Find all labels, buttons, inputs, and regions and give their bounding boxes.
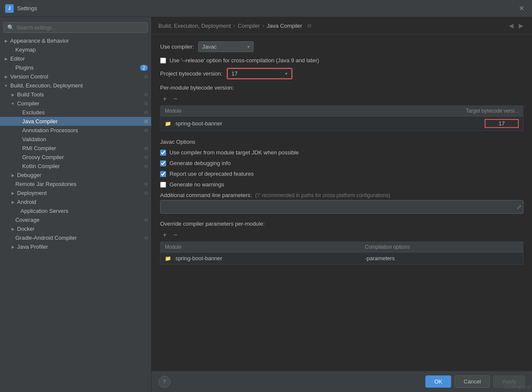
- sidebar-item-label: Application Servers: [20, 208, 68, 214]
- sidebar-item-debugger[interactable]: ▶ Debugger: [0, 171, 151, 180]
- arrow-icon: ▶: [3, 74, 9, 79]
- sidebar-item-build-tools[interactable]: ▶ Build Tools ⊟: [0, 90, 151, 99]
- sidebar-item-remote-jar[interactable]: Remote Jar Repositories ⊟: [0, 180, 151, 189]
- use-compiler-label: Use compiler:: [160, 44, 194, 50]
- sidebar-item-label: Keymap: [15, 46, 36, 53]
- settings-icon: ⊟: [144, 128, 148, 133]
- remove-override-button[interactable]: −: [171, 230, 180, 240]
- ok-button[interactable]: OK: [425, 375, 451, 388]
- breadcrumb-part1: Build, Execution, Deployment: [158, 23, 231, 29]
- arrow-icon: ▶: [10, 200, 15, 205]
- sidebar-item-build-execution[interactable]: ▼ Build, Execution, Deployment: [0, 81, 151, 90]
- report-deprecated-checkbox[interactable]: [160, 171, 166, 177]
- search-icon: 🔍: [7, 24, 14, 31]
- sidebar-item-label: Editor: [10, 55, 25, 62]
- settings-icon: ⊟: [144, 92, 148, 97]
- sidebar-item-label: Build Tools: [17, 91, 44, 98]
- breadcrumb-part2: Compiler: [238, 23, 260, 29]
- remove-module-button[interactable]: −: [171, 94, 180, 104]
- sidebar-item-deployment[interactable]: ▶ Deployment ⊟: [0, 189, 151, 197]
- add-override-button[interactable]: +: [160, 230, 169, 240]
- sidebar-item-application-servers[interactable]: Application Servers: [0, 206, 151, 215]
- sidebar-item-docker[interactable]: ▶ Docker: [0, 224, 151, 233]
- sidebar-item-label: Groovy Compiler: [22, 154, 64, 160]
- bytecode-version-label: Project bytecode version:: [160, 70, 222, 77]
- settings-icon: ⊟: [144, 119, 148, 124]
- sidebar-item-label: Compiler: [17, 100, 39, 107]
- arrow-placeholder: [9, 47, 14, 52]
- sidebar-item-plugins[interactable]: Plugins 2: [0, 63, 151, 72]
- settings-icon: ⊟: [144, 191, 148, 195]
- help-button[interactable]: ?: [158, 376, 170, 388]
- sidebar-item-label: Debugger: [17, 172, 41, 178]
- sidebar-item-groovy-compiler[interactable]: Groovy Compiler ⊟: [0, 153, 151, 162]
- plugins-badge: 2: [140, 65, 148, 71]
- sidebar-item-label: Validation: [22, 136, 46, 142]
- params-expand-button[interactable]: ⤢: [517, 203, 522, 210]
- breadcrumb-part3: Java Compiler: [267, 23, 302, 29]
- sidebar-item-java-compiler[interactable]: Java Compiler ⊟: [0, 117, 151, 126]
- sidebar-item-java-profiler[interactable]: ▶ Java Profiler: [0, 242, 151, 251]
- breadcrumb-sep2: ›: [263, 23, 264, 29]
- override-table-row: 📁 spring-boot-banner -parameters: [161, 253, 523, 264]
- arrow-icon: ▶: [10, 244, 15, 250]
- sidebar-item-appearance[interactable]: ▶ Appearance & Behavior: [0, 36, 151, 45]
- settings-icon: ⊟: [144, 235, 148, 240]
- sidebar-item-rmi-compiler[interactable]: RMI Compiler ⊟: [0, 144, 151, 153]
- nav-back-button[interactable]: ◀: [507, 21, 515, 30]
- breadcrumb-sep1: ›: [234, 23, 235, 29]
- bytecode-version-wrapper: 17 11 8 21: [227, 68, 292, 79]
- arrow-icon: ▶: [10, 191, 15, 196]
- additional-params-label-row: Additional command line parameters: ('/'…: [160, 192, 523, 198]
- sidebar-item-android[interactable]: ▶ Android: [0, 197, 151, 206]
- javac-checkbox-0: Use compiler from module target JDK when…: [160, 149, 523, 156]
- settings-icon: ⊟: [144, 182, 148, 186]
- sidebar-item-label: Java Profiler: [17, 244, 48, 250]
- additional-params-input[interactable]: [160, 200, 523, 214]
- search-input[interactable]: [17, 25, 144, 31]
- override-params-label: Override compiler parameters per-module:: [160, 221, 523, 227]
- sidebar-item-keymap[interactable]: Keymap: [0, 45, 151, 54]
- sidebar-item-coverage[interactable]: Coverage ⊟: [0, 215, 151, 224]
- bytecode-version-select[interactable]: 17 11 8 21: [228, 69, 292, 78]
- sidebar-item-compiler[interactable]: ▼ Compiler ⊟: [0, 99, 151, 108]
- sidebar-item-gradle-android[interactable]: Gradle-Android Compiler ⊟: [0, 233, 151, 242]
- javac-options-header: Javac Options: [160, 139, 523, 145]
- cb1-label: Generate debugging info: [170, 160, 231, 166]
- additional-params-label: Additional command line parameters:: [160, 192, 252, 198]
- arrow-icon: ▶: [10, 92, 15, 97]
- sidebar-item-label: Annotation Processors: [22, 127, 78, 134]
- sidebar-item-label: Plugins: [15, 64, 34, 71]
- add-module-button[interactable]: +: [160, 94, 169, 104]
- override-toolbar: + −: [160, 230, 523, 240]
- sidebar-item-kotlin-compiler[interactable]: Kotlin Compiler ⊟: [0, 162, 151, 171]
- use-compiler-jdk-checkbox[interactable]: [160, 150, 166, 156]
- cb2-label: Report use of deprecated features: [170, 171, 254, 177]
- generate-debug-checkbox[interactable]: [160, 160, 166, 166]
- content-area: Use compiler: Javac Eclipse Ajc Use '--r…: [152, 35, 532, 371]
- sidebar-item-version-control[interactable]: ▶ Version Control ⊟: [0, 72, 151, 81]
- module-icon: 📁: [165, 256, 171, 261]
- params-hint: ('/' recommended in paths for cross-plat…: [255, 192, 390, 198]
- sidebar-item-excludes[interactable]: Excludes ⊟: [0, 108, 151, 117]
- javac-checkbox-3: Generate no warnings: [160, 181, 523, 188]
- cancel-button[interactable]: Cancel: [455, 375, 490, 388]
- close-button[interactable]: ✕: [516, 3, 527, 14]
- sidebar-item-validation[interactable]: Validation: [0, 135, 151, 144]
- sidebar-item-label: Coverage: [15, 217, 39, 223]
- generate-no-warnings-checkbox[interactable]: [160, 182, 166, 188]
- settings-icon: ⊟: [144, 164, 148, 168]
- sidebar-item-label: Excludes: [22, 109, 45, 116]
- settings-icon: ⊟: [144, 110, 148, 115]
- compiler-select[interactable]: Javac Eclipse Ajc: [198, 41, 254, 52]
- search-box[interactable]: 🔍: [3, 22, 148, 33]
- cb3-label: Generate no warnings: [170, 181, 224, 188]
- release-option-checkbox[interactable]: [160, 58, 166, 64]
- sidebar-item-editor[interactable]: ▶ Editor: [0, 54, 151, 63]
- nav-forward-button[interactable]: ▶: [517, 21, 525, 30]
- sidebar-item-label: Docker: [17, 226, 35, 232]
- sidebar-item-annotation-processors[interactable]: Annotation Processors ⊟: [0, 126, 151, 135]
- override-col-options: Compilation options: [360, 242, 523, 253]
- per-module-label: Per-module bytecode version:: [160, 84, 523, 91]
- breadcrumb-bar: Build, Execution, Deployment › Compiler …: [152, 17, 532, 35]
